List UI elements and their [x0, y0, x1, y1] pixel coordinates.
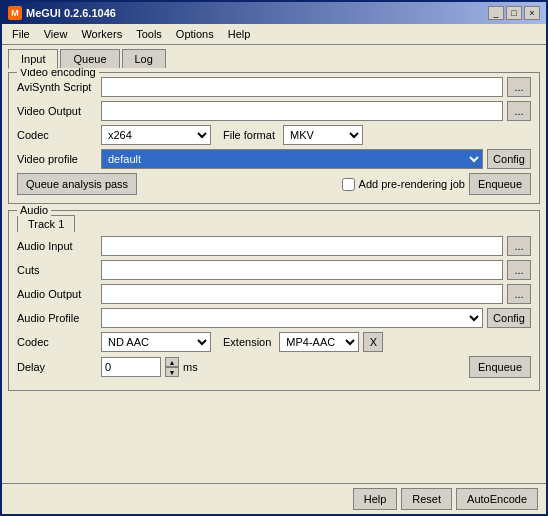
title-bar: M MeGUI 0.2.6.1046 _ □ ×: [2, 2, 546, 24]
menu-workers[interactable]: Workers: [75, 26, 128, 42]
window-title: MeGUI 0.2.6.1046: [26, 7, 116, 19]
audio-output-row: Audio Output ...: [17, 284, 531, 304]
close-button[interactable]: ×: [524, 6, 540, 20]
avisynth-row: AviSynth Script ...: [17, 77, 531, 97]
video-profile-label: Video profile: [17, 153, 97, 165]
video-output-browse-button[interactable]: ...: [507, 101, 531, 121]
codec-label: Codec: [17, 129, 97, 141]
queue-analysis-button[interactable]: Queue analysis pass: [17, 173, 137, 195]
cuts-input[interactable]: [101, 260, 503, 280]
delay-up-button[interactable]: ▲: [165, 357, 179, 367]
video-config-button[interactable]: Config: [487, 149, 531, 169]
bottom-bar: Help Reset AutoEncode: [2, 483, 546, 514]
title-buttons: _ □ ×: [488, 6, 540, 20]
delay-down-button[interactable]: ▼: [165, 367, 179, 377]
avisynth-input[interactable]: [101, 77, 503, 97]
audio-input-label: Audio Input: [17, 240, 97, 252]
menu-file[interactable]: File: [6, 26, 36, 42]
audio-input-row: Audio Input ...: [17, 236, 531, 256]
tabs-bar: Input Queue Log: [2, 45, 546, 68]
pre-rendering-checkbox[interactable]: [342, 178, 355, 191]
delay-input[interactable]: [101, 357, 161, 377]
main-window: M MeGUI 0.2.6.1046 _ □ × File View Worke…: [0, 0, 548, 516]
audio-tabs: Track 1: [17, 215, 531, 232]
avisynth-browse-button[interactable]: ...: [507, 77, 531, 97]
help-button[interactable]: Help: [353, 488, 398, 510]
video-output-input[interactable]: [101, 101, 503, 121]
video-encoding-group: Video encoding AviSynth Script ... Video…: [8, 72, 540, 204]
audio-profile-label: Audio Profile: [17, 312, 97, 324]
audio-profile-select[interactable]: [101, 308, 483, 328]
video-output-label: Video Output: [17, 105, 97, 117]
title-bar-left: M MeGUI 0.2.6.1046: [8, 6, 116, 20]
video-output-row: Video Output ...: [17, 101, 531, 121]
audio-output-label: Audio Output: [17, 288, 97, 300]
audio-profile-row: Audio Profile Config: [17, 308, 531, 328]
queue-analysis-row: Queue analysis pass Add pre-rendering jo…: [17, 173, 531, 195]
audio-input-browse-button[interactable]: ...: [507, 236, 531, 256]
menu-options[interactable]: Options: [170, 26, 220, 42]
tab-input[interactable]: Input: [8, 49, 58, 69]
restore-button[interactable]: □: [506, 6, 522, 20]
tab-queue[interactable]: Queue: [60, 49, 119, 68]
main-content: Video encoding AviSynth Script ... Video…: [2, 68, 546, 483]
menu-tools[interactable]: Tools: [130, 26, 168, 42]
video-profile-select[interactable]: default: [101, 149, 483, 169]
audio-group: Audio Track 1 Audio Input ... Cuts ... A…: [8, 210, 540, 391]
extension-select[interactable]: MP4-AAC M4A AAC: [279, 332, 359, 352]
codec-row: Codec x264 x265 XviD File format MKV MP4…: [17, 125, 531, 145]
pre-rendering-checkbox-label: Add pre-rendering job: [342, 178, 465, 191]
minimize-button[interactable]: _: [488, 6, 504, 20]
audio-output-input[interactable]: [101, 284, 503, 304]
tab-log[interactable]: Log: [122, 49, 166, 68]
reset-button[interactable]: Reset: [401, 488, 452, 510]
delay-spinner: ▲ ▼: [165, 357, 179, 377]
file-format-label: File format: [223, 129, 275, 141]
audio-codec-select[interactable]: ND AAC AAC MP3 AC3: [101, 332, 211, 352]
codec-select[interactable]: x264 x265 XviD: [101, 125, 211, 145]
audio-codec-row: Codec ND AAC AAC MP3 AC3 Extension MP4-A…: [17, 332, 531, 352]
video-enqueue-button[interactable]: Enqueue: [469, 173, 531, 195]
cuts-browse-button[interactable]: ...: [507, 260, 531, 280]
audio-output-browse-button[interactable]: ...: [507, 284, 531, 304]
pre-rendering-label: Add pre-rendering job: [359, 178, 465, 190]
menu-bar: File View Workers Tools Options Help: [2, 24, 546, 45]
audio-codec-label: Codec: [17, 336, 97, 348]
video-encoding-title: Video encoding: [17, 68, 99, 78]
audio-input-field[interactable]: [101, 236, 503, 256]
menu-help[interactable]: Help: [222, 26, 257, 42]
ms-label: ms: [183, 361, 198, 373]
delay-row: Delay ▲ ▼ ms Enqueue: [17, 356, 531, 378]
auto-encode-button[interactable]: AutoEncode: [456, 488, 538, 510]
audio-config-button[interactable]: Config: [487, 308, 531, 328]
delay-label: Delay: [17, 361, 97, 373]
x-button[interactable]: X: [363, 332, 383, 352]
video-profile-row: Video profile default Config: [17, 149, 531, 169]
cuts-row: Cuts ...: [17, 260, 531, 280]
extension-label: Extension: [223, 336, 271, 348]
audio-group-title: Audio: [17, 204, 51, 216]
audio-track-tab[interactable]: Track 1: [17, 215, 75, 232]
app-icon: M: [8, 6, 22, 20]
menu-view[interactable]: View: [38, 26, 74, 42]
audio-enqueue-button[interactable]: Enqueue: [469, 356, 531, 378]
cuts-label: Cuts: [17, 264, 97, 276]
file-format-select[interactable]: MKV MP4 AVI: [283, 125, 363, 145]
avisynth-label: AviSynth Script: [17, 81, 97, 93]
